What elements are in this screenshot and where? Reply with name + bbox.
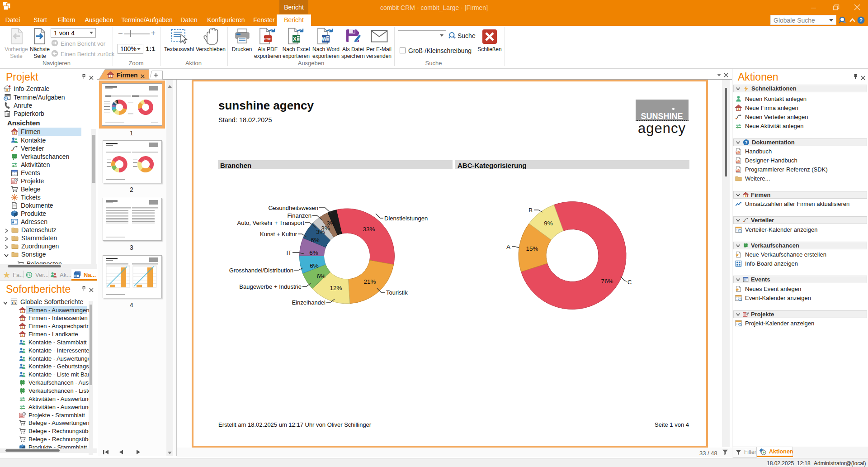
svg-text:B: B	[528, 207, 533, 214]
svg-text:W: W	[322, 36, 327, 42]
svg-text:76%: 76%	[601, 278, 613, 285]
svg-text:6%: 6%	[311, 237, 320, 243]
svg-text:Einzelhandel: Einzelhandel	[292, 299, 326, 306]
svg-text:C: C	[627, 279, 632, 286]
svg-text:6%: 6%	[309, 249, 318, 256]
svg-text:3%: 3%	[326, 220, 335, 227]
svg-text:6%: 6%	[310, 262, 319, 269]
svg-text:?: ?	[745, 140, 747, 145]
svg-text:6%: 6%	[316, 273, 326, 280]
svg-text:Gesundheitswesen: Gesundheitswesen	[268, 205, 318, 211]
svg-text:X: X	[293, 36, 297, 42]
svg-text:IT: IT	[286, 249, 292, 256]
svg-text:Baugewerbe + Industrie: Baugewerbe + Industrie	[239, 283, 302, 290]
svg-text:PDF: PDF	[736, 169, 740, 172]
svg-text:Touristik: Touristik	[386, 289, 408, 296]
svg-text:15%: 15%	[526, 245, 538, 252]
svg-text:Finanzen: Finanzen	[288, 212, 311, 219]
svg-text:9%: 9%	[544, 220, 553, 227]
svg-text:Kunst + Kultur: Kunst + Kultur	[260, 231, 297, 238]
svg-text:PDF: PDF	[736, 160, 740, 162]
svg-text:12%: 12%	[330, 285, 342, 291]
svg-text:33%: 33%	[363, 226, 375, 233]
svg-text:Grosshandel/Distribution: Grosshandel/Distribution	[229, 267, 293, 274]
svg-text:21%: 21%	[363, 278, 376, 285]
svg-text:?: ?	[859, 17, 863, 24]
svg-text:A: A	[506, 243, 510, 250]
svg-text:Dienstleistungen: Dienstleistungen	[384, 215, 428, 222]
svg-text:Auto, Verkehr + Transport: Auto, Verkehr + Transport	[237, 219, 305, 226]
svg-text:PDF: PDF	[264, 37, 272, 41]
svg-text:PDF: PDF	[736, 151, 740, 153]
